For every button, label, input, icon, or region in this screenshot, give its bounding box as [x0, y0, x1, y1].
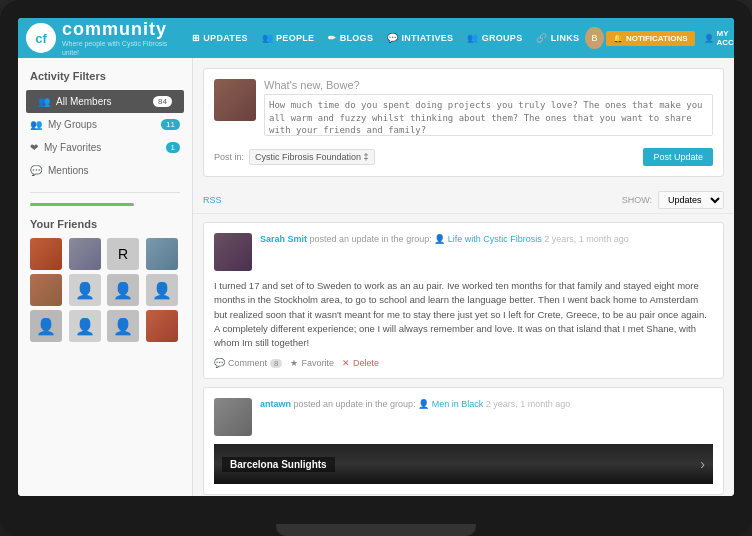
all-members-badge: 84 [153, 96, 172, 107]
filter-my-favorites[interactable]: ❤ My Favorites 1 [18, 136, 192, 159]
sarah-avatar[interactable] [214, 233, 252, 271]
logo-area: cf community Where people with Cystic Fi… [26, 19, 186, 57]
logo-text: community [62, 19, 186, 40]
group-people-icon-2: 👤 [418, 399, 429, 409]
feed-actions-sarah: 💬 Comment 8 ★ Favorite ✕ Delete [214, 358, 713, 368]
comment-icon: 💬 [214, 358, 225, 368]
friends-title: Your Friends [18, 218, 192, 238]
people-icon: 👥 [262, 33, 273, 43]
barcelona-thumb: Barcelona Sunlights › [214, 444, 713, 484]
post-box-header: What's new, Bowe? [214, 79, 713, 140]
friend-avatar-2[interactable] [69, 238, 101, 270]
nav-people[interactable]: 👥 People [256, 29, 321, 47]
user-avatar: B [585, 27, 604, 49]
group-people-icon: 👤 [434, 234, 445, 244]
barcelona-arrow-icon[interactable]: › [700, 456, 705, 472]
friend-avatar-4[interactable] [146, 238, 178, 270]
updates-icon: ⊞ [192, 33, 200, 43]
screen: cf community Where people with Cystic Fi… [18, 18, 734, 496]
comment-action[interactable]: 💬 Comment 8 [214, 358, 282, 368]
green-accent [30, 203, 134, 206]
friend-avatar-6[interactable]: 👤 [69, 274, 101, 306]
feed-author-antawn[interactable]: antawn [260, 399, 291, 409]
laptop-frame: cf community Where people with Cystic Fi… [0, 0, 752, 536]
my-groups-icon: 👥 [30, 119, 42, 130]
friend-avatar-11[interactable]: 👤 [107, 310, 139, 342]
post-update-button[interactable]: Post Update [643, 148, 713, 166]
nav-right: B 🔔 Notifications 👤 My Account [585, 26, 734, 50]
post-textarea[interactable] [264, 94, 713, 136]
feed-meta: Sarah Smit posted an update in the group… [260, 233, 629, 247]
top-navigation: cf community Where people with Cystic Fi… [18, 18, 734, 58]
feed-item-header: Sarah Smit posted an update in the group… [214, 233, 713, 271]
friend-avatar-12[interactable] [146, 310, 178, 342]
nav-links[interactable]: 🔗 Links [530, 29, 585, 47]
nav-intiatives[interactable]: 💬 Intiatives [381, 29, 459, 47]
filter-all-members[interactable]: 👥 All Members 84 [26, 90, 184, 113]
friend-avatar-9[interactable]: 👤 [30, 310, 62, 342]
account-button[interactable]: 👤 My Account [697, 26, 735, 50]
mentions-icon: 💬 [30, 165, 42, 176]
blogs-icon: ✏ [328, 33, 336, 43]
feed-author-sarah[interactable]: Sarah Smit [260, 234, 307, 244]
activity-filters-title: Activity Filters [18, 70, 192, 90]
logo-icon: cf [26, 23, 56, 53]
feed-time-antawn: 2 years, 1 month ago [486, 399, 571, 409]
comment-count: 8 [270, 359, 282, 368]
filter-mentions[interactable]: 💬 Mentions [18, 159, 192, 182]
friend-avatar-3[interactable]: R [107, 238, 139, 270]
sidebar: Activity Filters 👥 All Members 84 👥 My G… [18, 58, 193, 496]
feed-group-life[interactable]: Life with Cystic Fibrosis [448, 234, 542, 244]
account-icon: 👤 [704, 34, 714, 43]
nav-blogs[interactable]: ✏ Blogs [322, 29, 379, 47]
content-area: What's new, Bowe? Post in: Cystic Fibros… [193, 58, 734, 496]
post-avatar [214, 79, 256, 121]
friends-grid: R 👤 👤 👤 👤 👤 👤 [18, 238, 192, 342]
all-members-icon: 👥 [38, 96, 50, 107]
laptop-base [276, 524, 476, 536]
delete-icon: ✕ [342, 358, 350, 368]
feed-group-mib[interactable]: Men in Black [432, 399, 484, 409]
groups-icon: 👥 [467, 33, 478, 43]
feed-meta-antawn: antawn posted an update in the group: 👤 … [260, 398, 570, 412]
my-favorites-badge: 1 [166, 142, 180, 153]
foundation-select[interactable]: Cystic Fibrosis Foundation ‡ [249, 149, 375, 165]
nav-updates[interactable]: ⊞ Updates [186, 29, 254, 47]
delete-action[interactable]: ✕ Delete [342, 358, 379, 368]
friend-avatar-7[interactable]: 👤 [107, 274, 139, 306]
main-layout: Activity Filters 👥 All Members 84 👥 My G… [18, 58, 734, 496]
nav-groups[interactable]: 👥 Groups [461, 29, 528, 47]
feed-item-antawn-header: antawn posted an update in the group: 👤 … [214, 398, 713, 436]
post-box: What's new, Bowe? Post in: Cystic Fibros… [203, 68, 724, 177]
feed-time-sarah: 2 years, 1 month ago [544, 234, 629, 244]
feed-controls: RSS SHOW: Updates [193, 187, 734, 214]
feed-item-antawn: antawn posted an update in the group: 👤 … [203, 387, 724, 495]
links-icon: 🔗 [536, 33, 547, 43]
show-label: SHOW: [622, 195, 652, 205]
nav-links: ⊞ Updates 👥 People ✏ Blogs 💬 Intiatives … [186, 29, 585, 47]
friend-avatar-8[interactable]: 👤 [146, 274, 178, 306]
friend-avatar-1[interactable] [30, 238, 62, 270]
favorite-action[interactable]: ★ Favorite [290, 358, 334, 368]
antawn-avatar[interactable] [214, 398, 252, 436]
friend-avatar-5[interactable] [30, 274, 62, 306]
post-prompt: What's new, Bowe? [264, 79, 713, 91]
show-select[interactable]: Updates [658, 191, 724, 209]
filter-my-groups[interactable]: 👥 My Groups 11 [18, 113, 192, 136]
post-in: Post in: Cystic Fibrosis Foundation ‡ [214, 149, 375, 165]
logo-tagline: Where people with Cystic Fibrosis unite! [62, 40, 186, 57]
post-footer: Post in: Cystic Fibrosis Foundation ‡ Po… [214, 148, 713, 166]
friend-avatar-10[interactable]: 👤 [69, 310, 101, 342]
feed-item-sarah: Sarah Smit posted an update in the group… [203, 222, 724, 379]
notifications-button[interactable]: 🔔 Notifications [606, 31, 695, 46]
barcelona-title: Barcelona Sunlights [222, 457, 335, 472]
rss-link[interactable]: RSS [203, 195, 222, 205]
sidebar-divider [30, 192, 180, 193]
feed-body-sarah: I turned 17 and set of to Sweden to work… [214, 279, 713, 350]
favorites-icon: ❤ [30, 142, 38, 153]
my-groups-badge: 11 [161, 119, 180, 130]
favorite-icon: ★ [290, 358, 298, 368]
intiatives-icon: 💬 [387, 33, 398, 43]
bell-icon: 🔔 [613, 34, 623, 43]
